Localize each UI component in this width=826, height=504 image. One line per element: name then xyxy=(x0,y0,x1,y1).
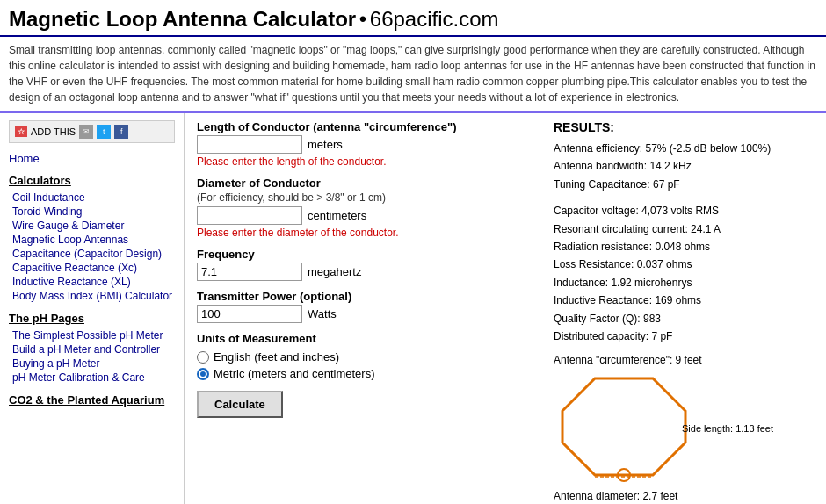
units-metric-item[interactable]: Metric (meters and centimeters) xyxy=(197,367,533,380)
result-inductive-reactance: Inductive Reactance: 169 ohms xyxy=(554,292,817,309)
sidebar-co2-group: CO2 & the Planted Aquarium xyxy=(9,393,175,407)
conductor-diameter-section: Diameter of Conductor (For efficiency, s… xyxy=(197,176,533,239)
power-input[interactable] xyxy=(197,305,302,323)
conductor-length-section: Length of Conductor (antenna "circumfere… xyxy=(197,120,533,168)
frequency-section: Frequency megahertz xyxy=(197,248,533,281)
social-icon-twitter[interactable]: t xyxy=(97,125,111,139)
sidebar-item-ph3[interactable]: Buying a pH Meter xyxy=(12,356,175,371)
frequency-label: Frequency xyxy=(197,248,533,261)
sidebar-item-cap-reactance[interactable]: Capacitive Reactance (Xc) xyxy=(12,261,175,275)
antenna-circumference-label: Antenna "circumference": 9 feet xyxy=(554,354,817,366)
conductor-diameter-error: Please enter the diameter of the conduct… xyxy=(197,227,533,239)
result-cap-voltage: Capacitor voltage: 4,073 volts RMS xyxy=(554,202,817,220)
calculator-area: Length of Conductor (antenna "circumfere… xyxy=(185,113,545,504)
sidebar-item-magnetic[interactable]: Magnetic Loop Antennas xyxy=(12,233,175,247)
svg-marker-0 xyxy=(562,378,685,475)
addthis-bar: ☆ ADD THIS ✉ t f xyxy=(9,120,175,143)
units-metric-radio[interactable] xyxy=(197,368,209,380)
units-english-label: English (feet and inches) xyxy=(214,350,339,364)
power-label: Transmitter Power (optional) xyxy=(197,290,533,303)
header: Magnetic Loop Antenna Calculator • 66pac… xyxy=(0,0,826,37)
units-section: Units of Measurement English (feet and i… xyxy=(197,332,533,380)
site-name: 66pacific.com xyxy=(370,7,499,31)
sidebar-item-ph4[interactable]: pH Meter Calibration & Care xyxy=(12,371,175,385)
sidebar-item-ph1[interactable]: The Simplest Possible pH Meter xyxy=(12,328,175,342)
units-radio-group: English (feet and inches) Metric (meters… xyxy=(197,350,533,380)
result-distributed-capacity: Distributed capacity: 7 pF xyxy=(554,328,817,345)
results-title: RESULTS: xyxy=(554,120,817,134)
antenna-diagram: Antenna "circumference": 9 feet Side len… xyxy=(554,354,817,502)
conductor-length-input[interactable] xyxy=(197,135,302,154)
result-circulating-current: Resonant circulating current: 24.1 A xyxy=(554,220,817,238)
units-label: Units of Measurement xyxy=(197,332,533,345)
sidebar-item-home[interactable]: Home xyxy=(9,152,40,165)
sidebar-item-wire[interactable]: Wire Gauge & Diameter xyxy=(12,219,175,233)
description-text: Small transmitting loop antennas, common… xyxy=(0,37,826,113)
conductor-length-unit: meters xyxy=(308,138,343,151)
units-english-radio[interactable] xyxy=(197,351,209,364)
calculate-button-row: Calculate xyxy=(197,391,533,418)
results-group-1: Antenna efficiency: 57% (-2.5 dB below 1… xyxy=(554,140,817,193)
sidebar-ph-group: The pH Pages The Simplest Possible pH Me… xyxy=(9,312,175,385)
result-efficiency: Antenna efficiency: 57% (-2.5 dB below 1… xyxy=(554,140,817,157)
conductor-diameter-sublabel: (For efficiency, should be > 3/8" or 1 c… xyxy=(197,191,533,204)
sidebar: ☆ ADD THIS ✉ t f Home Calculators Coil I… xyxy=(0,113,185,504)
addthis-label: ADD THIS xyxy=(31,126,76,137)
conductor-diameter-input[interactable] xyxy=(197,206,302,225)
result-loss-resistance: Loss Resistance: 0.037 ohms xyxy=(554,256,817,273)
frequency-unit: megahertz xyxy=(308,265,361,278)
social-icon-1[interactable]: ✉ xyxy=(79,125,93,139)
sidebar-item-coil[interactable]: Coil Inductance xyxy=(12,191,175,205)
units-metric-label: Metric (meters and centimeters) xyxy=(214,367,375,380)
conductor-length-label: Length of Conductor (antenna "circumfere… xyxy=(197,120,533,133)
sidebar-co2-title: CO2 & the Planted Aquarium xyxy=(9,393,175,407)
sidebar-home-group: Home xyxy=(9,152,175,165)
sidebar-item-capacitance[interactable]: Capacitance (Capacitor Design) xyxy=(12,247,175,261)
header-separator: • xyxy=(359,7,366,31)
sidebar-calculators-group: Calculators Coil Inductance Toroid Windi… xyxy=(9,174,175,303)
sidebar-ph-title: The pH Pages xyxy=(9,312,175,325)
power-section: Transmitter Power (optional) Watts xyxy=(197,290,533,323)
calculate-button[interactable]: Calculate xyxy=(197,391,283,418)
antenna-svg xyxy=(554,370,694,484)
page-title: Magnetic Loop Antenna Calculator xyxy=(9,7,356,31)
sidebar-item-toroid[interactable]: Toroid Winding xyxy=(12,205,175,219)
result-bandwidth: Antenna bandwidth: 14.2 kHz xyxy=(554,157,817,175)
sidebar-item-ind-reactance[interactable]: Inductive Reactance (XL) xyxy=(12,275,175,289)
sidebar-item-bmi[interactable]: Body Mass Index (BMI) Calculator xyxy=(12,289,175,303)
social-icon-fb[interactable]: f xyxy=(114,125,128,139)
addthis-icon: ☆ xyxy=(15,126,27,137)
antenna-diameter-label: Antenna diameter: 2.7 feet xyxy=(554,490,817,502)
result-radiation-resistance: Radiation resistance: 0.048 ohms xyxy=(554,238,817,256)
results-area: RESULTS: Antenna efficiency: 57% (-2.5 d… xyxy=(545,113,826,504)
side-length-label: Side length: 1.13 feet xyxy=(682,423,773,434)
result-tuning-cap: Tuning Capacitance: 67 pF xyxy=(554,176,817,193)
conductor-diameter-unit: centimeters xyxy=(308,209,366,222)
sidebar-calculators-title: Calculators xyxy=(9,174,175,187)
conductor-diameter-label: Diameter of Conductor xyxy=(197,176,533,190)
frequency-input[interactable] xyxy=(197,263,302,281)
result-quality-factor: Quality Factor (Q): 983 xyxy=(554,310,817,328)
units-english-item[interactable]: English (feet and inches) xyxy=(197,350,533,364)
results-group-2: Capacitor voltage: 4,073 volts RMS Reson… xyxy=(554,202,817,345)
conductor-length-error: Please enter the length of the conductor… xyxy=(197,155,533,168)
sidebar-item-ph2[interactable]: Build a pH Meter and Controller xyxy=(12,342,175,356)
result-inductance: Inductance: 1.92 microhenrys xyxy=(554,274,817,292)
power-unit: Watts xyxy=(308,307,337,320)
